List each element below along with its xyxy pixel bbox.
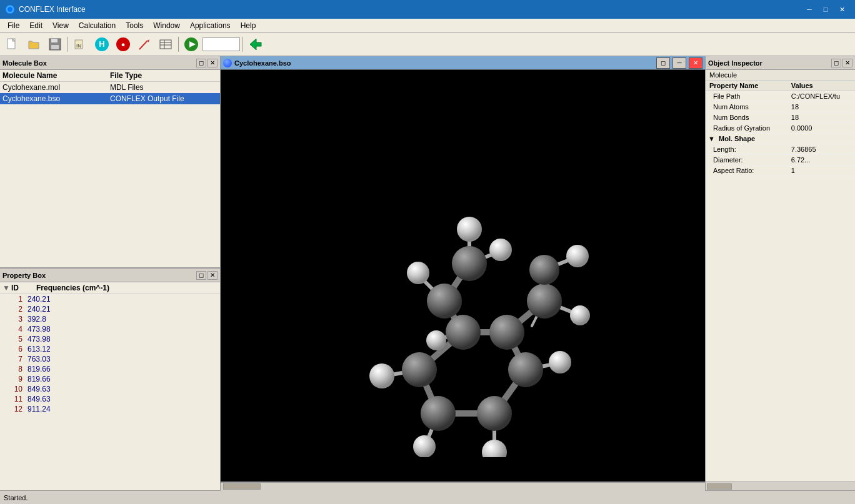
- svg-text:IN: IN: [76, 43, 81, 49]
- prop-freq-1: 240.21: [28, 295, 51, 304]
- prop-freq-8: 819.66: [28, 365, 51, 373]
- svg-point-61: [426, 330, 446, 350]
- draw-button[interactable]: [134, 35, 154, 54]
- mol-viewer-icon: [223, 59, 232, 67]
- molecule-canvas[interactable]: [221, 70, 705, 482]
- prop-value-radiusgyration: 0.0000: [788, 123, 855, 134]
- object-inspector-header: Object Inspector ◻ ✕: [706, 56, 855, 70]
- prop-row-1[interactable]: 1 240.21: [0, 294, 220, 304]
- stop-button[interactable]: ●: [113, 35, 133, 54]
- mol-viewer-minimize-btn[interactable]: ─: [672, 57, 686, 69]
- prop-id-1: 1: [2, 295, 28, 304]
- prop-id-5: 5: [2, 335, 28, 343]
- prop-freq-2: 240.21: [28, 305, 51, 314]
- molecule-box-header: Molecule Box ◻ ✕: [0, 56, 220, 70]
- toolbar-input[interactable]: [202, 37, 240, 51]
- close-button[interactable]: ✕: [834, 3, 850, 16]
- mol-row-1[interactable]: Cyclohexane.bso CONFLEX Output File: [0, 93, 220, 104]
- prop-value-length: 7.36865: [788, 144, 855, 155]
- prop-freq-9: 819.66: [28, 375, 51, 383]
- prop-freq-3: 392.8: [28, 315, 46, 324]
- prop-freq-5: 473.98: [28, 335, 51, 343]
- prop-row-filepath[interactable]: File Path C:/CONFLEX/tu: [706, 91, 855, 102]
- menu-tools[interactable]: Tools: [121, 20, 148, 31]
- object-inspector-close-btn[interactable]: ✕: [842, 59, 852, 67]
- run-button[interactable]: [181, 35, 201, 54]
- menu-view[interactable]: View: [48, 20, 74, 31]
- prop-row-diameter[interactable]: Diameter: 6.72...: [706, 155, 855, 166]
- obj-inspector-scrollbar[interactable]: [706, 482, 855, 490]
- open-button[interactable]: [24, 35, 44, 54]
- prop-freq-11: 849.63: [28, 395, 51, 403]
- h-button[interactable]: H: [92, 35, 112, 54]
- mol-row-0[interactable]: Cyclohexane.mol MDL Files: [0, 82, 220, 93]
- save-button[interactable]: [45, 35, 65, 54]
- prop-row-numbonds[interactable]: Num Bonds 18: [706, 112, 855, 123]
- mol-viewer-scrollbar[interactable]: [221, 482, 705, 490]
- arrow-button[interactable]: [246, 35, 266, 54]
- prop-row-radiusgyration[interactable]: Radius of Gyration 0.0000: [706, 123, 855, 134]
- list-button[interactable]: [156, 35, 176, 54]
- molecule-box-title: Molecule Box: [2, 59, 195, 67]
- mol-col-name-header: Molecule Name: [2, 71, 110, 80]
- svg-text:●: ●: [121, 41, 126, 48]
- prop-group-molshape[interactable]: ▼ Mol. Shape: [706, 134, 855, 144]
- molecule-viewer: Cyclohexane.bso ◻ ─ ✕: [221, 56, 705, 490]
- window-controls: ─ □ ✕: [801, 3, 850, 16]
- prop-row-aspectratio[interactable]: Aspect Ratio: 1: [706, 166, 855, 176]
- molecule-svg: [276, 95, 651, 457]
- prop-row-5[interactable]: 5 473.98: [0, 334, 220, 344]
- object-inspector-table: Property Name Values File Path C:/CONFLE…: [706, 81, 855, 176]
- molecule-box-restore-btn[interactable]: ◻: [196, 59, 206, 67]
- prop-row-10[interactable]: 10 849.63: [0, 384, 220, 394]
- prop-value-diameter: 6.72...: [788, 155, 855, 166]
- prop-row-8[interactable]: 8 819.66: [0, 364, 220, 374]
- prop-col-id-header: ID: [11, 284, 36, 292]
- svg-point-56: [566, 245, 589, 267]
- menu-window[interactable]: Window: [148, 20, 185, 31]
- menu-file[interactable]: File: [2, 20, 24, 31]
- maximize-button[interactable]: □: [818, 3, 834, 16]
- molecule-box-close-btn[interactable]: ✕: [208, 59, 218, 67]
- prop-col-freq-header: Frequencies (cm^-1): [36, 284, 218, 292]
- svg-point-49: [427, 284, 462, 319]
- prop-value-header: Values: [788, 81, 855, 91]
- prop-row-2[interactable]: 2 240.21: [0, 304, 220, 314]
- svg-point-50: [527, 284, 562, 319]
- import-button[interactable]: IN: [71, 35, 91, 54]
- mol-viewer-maximize-btn[interactable]: ◻: [656, 57, 670, 69]
- property-box: Property Box ◻ ✕ ▼ ID Frequencies (cm^-1…: [0, 269, 220, 490]
- object-type-label: Molecule: [706, 70, 855, 81]
- menu-calculation[interactable]: Calculation: [74, 20, 121, 31]
- svg-marker-14: [148, 39, 149, 42]
- toolbar-sep-1: [68, 37, 68, 52]
- menu-help[interactable]: Help: [236, 20, 261, 31]
- prop-row-9[interactable]: 9 819.66: [0, 374, 220, 384]
- prop-id-7: 7: [2, 355, 28, 363]
- svg-text:H: H: [99, 39, 104, 49]
- prop-row-length[interactable]: Length: 7.36865: [706, 144, 855, 155]
- new-button[interactable]: [2, 35, 22, 54]
- mol-viewer-close-btn[interactable]: ✕: [689, 57, 702, 69]
- property-box-close-btn[interactable]: ✕: [208, 271, 218, 280]
- prop-freq-7: 763.03: [28, 355, 51, 363]
- prop-name-aspectratio: Aspect Ratio:: [706, 166, 788, 176]
- title-bar: CONFLEX Interface ─ □ ✕: [0, 0, 855, 19]
- menu-edit[interactable]: Edit: [24, 20, 48, 31]
- svg-point-59: [482, 440, 507, 457]
- prop-row-7[interactable]: 7 763.03: [0, 354, 220, 364]
- prop-row-11[interactable]: 11 849.63: [0, 394, 220, 404]
- property-table-header: ▼ ID Frequencies (cm^-1): [0, 282, 220, 294]
- prop-row-6[interactable]: 6 613.12: [0, 344, 220, 354]
- svg-rect-6: [51, 45, 59, 49]
- mol-type-1: CONFLEX Output File: [110, 94, 218, 103]
- minimize-button[interactable]: ─: [801, 3, 818, 16]
- property-box-restore-btn[interactable]: ◻: [196, 271, 206, 280]
- prop-row-12[interactable]: 12 911.24: [0, 404, 220, 414]
- object-inspector-restore-btn[interactable]: ◻: [831, 59, 841, 67]
- object-inspector-content: Property Name Values File Path C:/CONFLE…: [706, 81, 855, 482]
- prop-row-3[interactable]: 3 392.8: [0, 314, 220, 324]
- menu-applications[interactable]: Applications: [185, 20, 236, 31]
- prop-row-numatoms[interactable]: Num Atoms 18: [706, 102, 855, 112]
- prop-row-4[interactable]: 4 473.98: [0, 324, 220, 334]
